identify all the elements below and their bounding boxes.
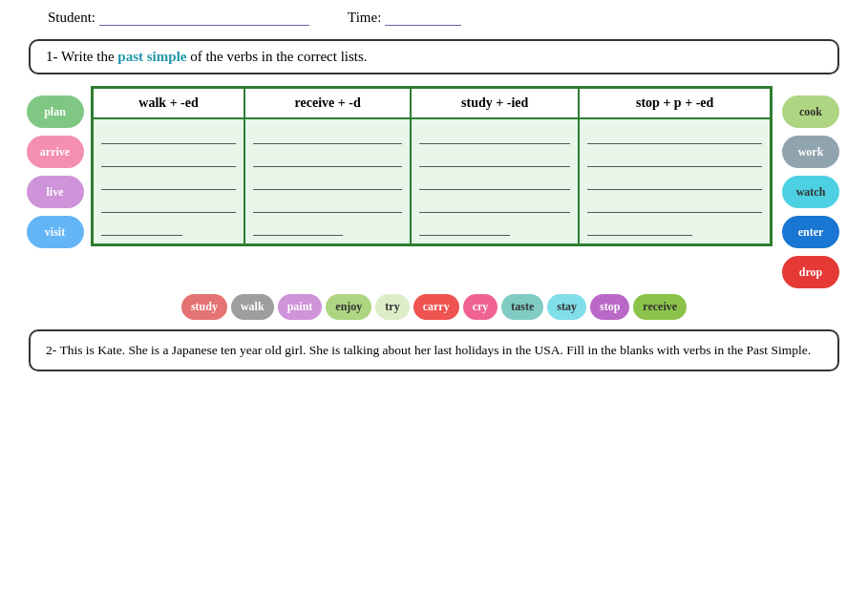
right-pills-column: cook work watch enter drop [773,86,849,288]
pill-arrive: arrive [27,136,84,168]
answer-line[interactable] [587,196,762,213]
instruction2-text: This is Kate. She is a Japanese ten year… [59,343,811,357]
cell-1-1 [93,118,244,244]
pill-paint: paint [278,294,323,320]
cell-1-2 [244,118,411,244]
answer-line[interactable] [101,196,236,213]
pill-work: work [782,136,839,168]
instruction2-number: 2- [46,343,56,357]
left-pills-column: plan arrive live visit [19,86,91,248]
student-line[interactable] [99,11,309,26]
answer-line[interactable] [101,127,236,144]
answer-line[interactable] [587,173,762,190]
answer-line[interactable] [419,127,570,144]
table-row [93,118,771,244]
time-line[interactable] [385,11,461,26]
answer-line[interactable] [419,196,570,213]
answer-line[interactable] [587,219,692,236]
page: Student: Time: 1- Write the past simple … [0,0,868,613]
answer-line[interactable] [101,173,236,190]
instruction-box-2: 2- This is Kate. She is a Japanese ten y… [29,329,839,371]
answer-line[interactable] [419,173,570,190]
pill-live: live [27,176,84,208]
answer-line[interactable] [101,219,182,236]
main-area: plan arrive live visit walk + -ed receiv… [19,86,849,288]
student-field: Student: [48,10,309,26]
answer-line[interactable] [419,219,510,236]
header: Student: Time: [19,10,849,26]
instruction1-number: 1- [46,49,58,64]
answer-line[interactable] [253,196,402,213]
answer-line[interactable] [587,150,762,167]
answer-line[interactable] [253,150,402,167]
pill-stop: stop [590,294,629,320]
instruction1-text-before: Write the [61,49,117,64]
pill-visit: visit [27,216,84,248]
pill-enter: enter [782,216,839,248]
answer-line[interactable] [101,150,236,167]
time-label: Time: [348,10,381,26]
answer-line[interactable] [587,127,762,144]
col-header-2: receive + -d [244,88,411,118]
answer-line[interactable] [253,219,343,236]
pill-enjoy: enjoy [326,294,371,320]
time-field: Time: [348,10,461,26]
pill-cry: cry [463,294,498,320]
col-header-1: walk + -ed [93,88,244,118]
pill-taste: taste [501,294,543,320]
instruction1-highlight: past simple [117,49,186,64]
pill-cook: cook [782,95,839,128]
bottom-pills-row: study walk paint enjoy try carry cry tas… [29,294,839,320]
answer-line[interactable] [253,127,402,144]
cell-1-4 [579,118,771,244]
col-header-3: study + -ied [411,88,579,118]
pill-stay: stay [547,294,586,320]
pill-study: study [181,294,227,320]
pill-try: try [375,294,409,320]
pill-watch: watch [782,176,839,208]
pill-receive: receive [633,294,687,320]
instruction1-text-after: of the verbs in the correct lists. [190,49,367,64]
verb-table-area: walk + -ed receive + -d study + -ied sto… [91,86,773,246]
answer-line[interactable] [253,173,402,190]
answer-line[interactable] [419,150,570,167]
cell-1-3 [411,118,579,244]
pill-plan: plan [27,95,84,128]
verb-table: walk + -ed receive + -d study + -ied sto… [91,86,773,246]
col-header-4: stop + p + -ed [579,88,771,118]
pill-drop: drop [782,256,839,288]
pill-walk: walk [231,294,274,320]
student-label: Student: [48,10,95,26]
pill-carry: carry [413,294,459,320]
instruction-box-1: 1- Write the past simple of the verbs in… [29,39,839,74]
